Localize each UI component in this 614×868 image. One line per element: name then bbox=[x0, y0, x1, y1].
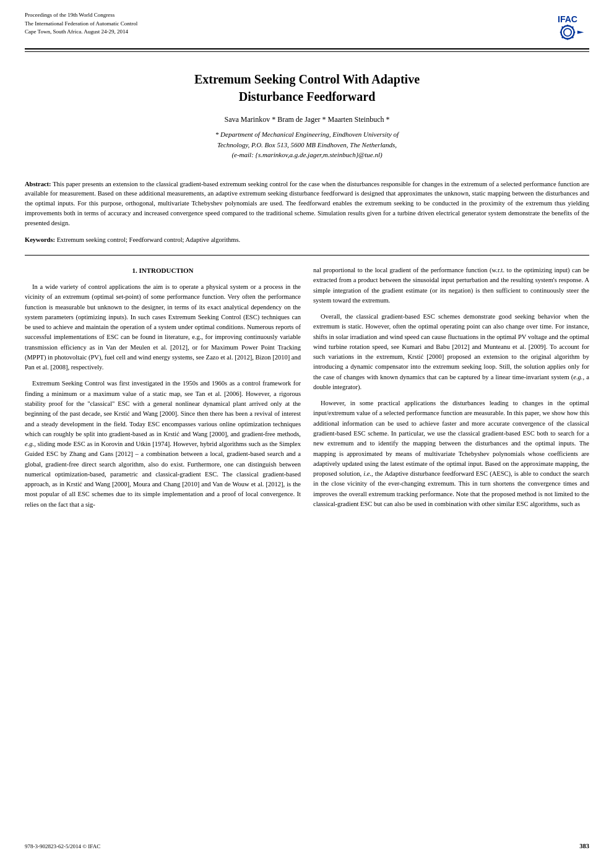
title-line1: Extremum Seeking Control With Adaptive bbox=[50, 71, 564, 88]
svg-line-8 bbox=[562, 27, 563, 28]
footer: 978-3-902823-62-5/2014 © IFAC 383 bbox=[25, 843, 589, 849]
svg-line-9 bbox=[572, 37, 573, 38]
divider-top bbox=[25, 48, 589, 49]
col2-para1: nal proportional to the local gradient o… bbox=[313, 265, 589, 306]
abstract-label: Abstract: bbox=[25, 181, 51, 187]
authors: Sava Marinkov * Bram de Jager * Maarten … bbox=[50, 115, 564, 124]
svg-line-10 bbox=[572, 27, 573, 28]
paper-title: Extremum Seeking Control With Adaptive D… bbox=[50, 71, 564, 105]
keywords-label: Keywords: bbox=[25, 236, 55, 243]
title-line2: Disturbance Feedforward bbox=[50, 88, 564, 105]
abstract-text: This paper presents an extension to the … bbox=[25, 181, 589, 226]
affiliation: * Department of Mechanical Engineering, … bbox=[50, 129, 564, 160]
left-column: 1. INTRODUCTION In a wide variety of con… bbox=[25, 265, 301, 516]
header-line2: The International Federation of Automati… bbox=[25, 20, 137, 28]
title-section: Extremum Seeking Control With Adaptive D… bbox=[0, 52, 614, 170]
header-text: Proceedings of the 19th World Congress T… bbox=[25, 11, 137, 37]
affiliation-line3: (e-mail: {s.marinkov,a.g.de.jager,m.stei… bbox=[50, 150, 564, 160]
two-column-body: 1. INTRODUCTION In a wide variety of con… bbox=[0, 265, 614, 516]
col2-para3: However, in some practical applications … bbox=[313, 398, 589, 509]
author-names: Sava Marinkov * Bram de Jager * Maarten … bbox=[50, 115, 564, 124]
right-column: nal proportional to the local gradient o… bbox=[313, 265, 589, 516]
header-line1: Proceedings of the 19th World Congress bbox=[25, 11, 137, 20]
affiliation-line2: Technology, P.O. Box 513, 5600 MB Eindho… bbox=[50, 140, 564, 150]
col1-para1: In a wide variety of control application… bbox=[25, 282, 301, 372]
keywords-text: Extremum seeking control; Feedforward co… bbox=[55, 236, 240, 243]
header: Proceedings of the 19th World Congress T… bbox=[0, 0, 614, 48]
footer-copyright: 978-3-902823-62-5/2014 © IFAC bbox=[25, 843, 100, 849]
page: Proceedings of the 19th World Congress T… bbox=[0, 0, 614, 868]
svg-line-11 bbox=[562, 37, 563, 38]
svg-text:IFAC: IFAC bbox=[558, 14, 577, 24]
keywords-section: Keywords: Extremum seeking control; Feed… bbox=[25, 235, 589, 245]
header-line3: Cape Town, South Africa. August 24-29, 2… bbox=[25, 28, 137, 37]
footer-page: 383 bbox=[579, 843, 589, 849]
section1-heading: 1. INTRODUCTION bbox=[25, 265, 301, 276]
affiliation-line1: * Department of Mechanical Engineering, … bbox=[50, 129, 564, 140]
ifac-logo: IFAC bbox=[546, 11, 589, 42]
section-divider bbox=[25, 255, 589, 256]
abstract-section: Abstract: This paper presents an extensi… bbox=[25, 179, 589, 228]
col1-para2: Extremum Seeking Control was first inves… bbox=[25, 379, 301, 509]
col2-para2: Overall, the classical gradient-based ES… bbox=[313, 312, 589, 392]
